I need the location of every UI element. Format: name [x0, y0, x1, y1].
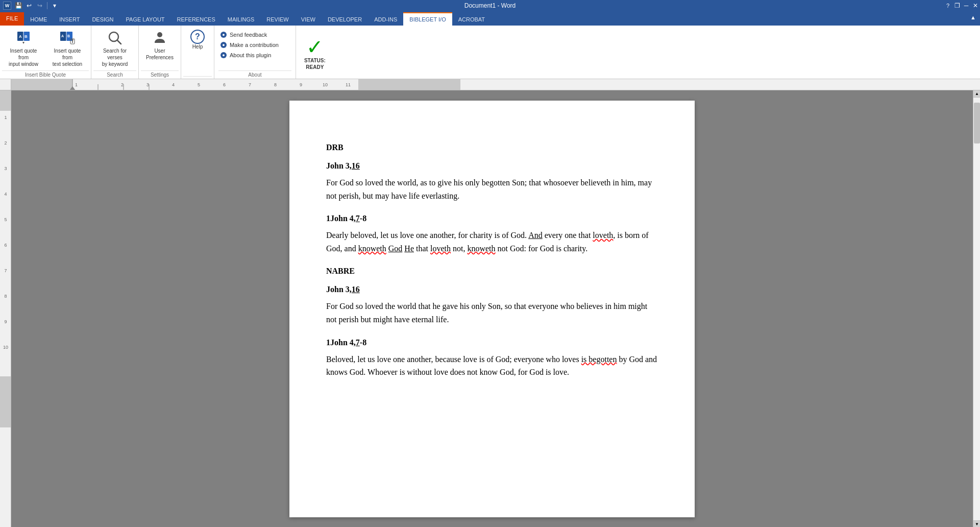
tab-developer[interactable]: DEVELOPER	[322, 12, 368, 26]
svg-text:8: 8	[274, 82, 277, 87]
tab-page-layout[interactable]: PAGE LAYOUT	[120, 12, 171, 26]
preferences-icon	[152, 30, 168, 47]
ribbon-group-about: ● Send feedback ● Make a contribution ● …	[214, 26, 296, 79]
tab-add-ins[interactable]: ADD-INS	[368, 12, 403, 26]
svg-text:8: 8	[4, 294, 7, 299]
tab-design[interactable]: DESIGN	[86, 12, 119, 26]
insert-quote-selection-button[interactable]: A B Insert quote fromtext selection	[46, 28, 89, 69]
insert-input-icon: A B	[15, 30, 32, 47]
status-label: STATUS:READY	[304, 57, 326, 70]
svg-text:5: 5	[198, 82, 200, 87]
help-group-label	[183, 76, 212, 79]
version-section-nabre: NABRE John 3,16 For God so loved the wor…	[326, 265, 658, 378]
contribution-icon: ●	[220, 42, 227, 48]
status-check-icon: ✓	[306, 37, 324, 57]
tab-mailings[interactable]: MAILINGS	[222, 12, 261, 26]
verse-text-1john-47-drb: Dearly beloved, let us love one another,…	[326, 229, 658, 255]
svg-text:A: A	[19, 34, 22, 39]
search-verses-label: Search for versesby keyword	[99, 47, 131, 67]
document-scroll-area[interactable]: DRB John 3,16 For God so loved the world…	[11, 90, 973, 527]
ribbon-group-search: Search for versesby keyword Search	[91, 26, 139, 79]
vertical-ruler: 1 2 3 4 5 6 7 8 9 10	[0, 90, 11, 527]
insert-group-label: Insert Bible Quote	[2, 70, 89, 79]
version-header-nabre: NABRE	[326, 265, 658, 277]
svg-line-15	[117, 40, 121, 44]
svg-rect-19	[358, 79, 460, 90]
about-plugin-label: About this plugin	[230, 52, 271, 58]
tab-review[interactable]: REVIEW	[260, 12, 295, 26]
about-group-label: About	[218, 70, 291, 79]
svg-text:11: 11	[346, 82, 351, 87]
feedback-icon: ●	[220, 32, 227, 38]
svg-text:B: B	[67, 34, 70, 38]
svg-rect-18	[11, 79, 72, 90]
svg-text:9: 9	[300, 82, 302, 87]
scroll-down-button[interactable]: ▼	[973, 520, 980, 527]
qat-separator	[47, 2, 47, 9]
svg-text:5: 5	[4, 217, 7, 222]
help-label: Help	[192, 44, 203, 50]
svg-text:1: 1	[75, 82, 78, 87]
verse-text-john-316-drb: For God so loved the world, as to give h…	[326, 176, 658, 202]
scroll-thumb[interactable]	[974, 103, 980, 143]
svg-text:6: 6	[4, 243, 7, 248]
customize-qat-button[interactable]: ▾	[50, 1, 59, 10]
svg-marker-5	[22, 42, 24, 44]
verse-text-1john-47-nabre: Beloved, let us love one another, becaus…	[326, 353, 658, 379]
svg-text:9: 9	[4, 319, 7, 324]
tab-acrobat[interactable]: ACROBAT	[452, 12, 491, 26]
user-preferences-button[interactable]: UserPreferences	[141, 28, 179, 63]
svg-text:A: A	[61, 34, 64, 38]
svg-rect-36	[0, 90, 11, 527]
minimize-button[interactable]: ─	[962, 1, 971, 10]
insert-selection-icon: A B	[59, 30, 76, 47]
svg-text:3: 3	[4, 166, 7, 171]
help-plugin-button[interactable]: ? Help	[183, 28, 212, 52]
scroll-up-button[interactable]: ▲	[973, 90, 980, 98]
send-feedback-label: Send feedback	[230, 32, 267, 38]
tab-home[interactable]: HOME	[24, 12, 53, 26]
verse-ref-john-316-nabre: John 3,16	[326, 283, 658, 296]
make-contribution-button[interactable]: ● Make a contribution	[218, 41, 291, 49]
ribbon-collapse-button[interactable]: ▲	[966, 12, 980, 26]
tab-bibleget[interactable]: BIBLEGET I/O	[403, 12, 452, 26]
undo-button[interactable]: ↩	[24, 1, 34, 10]
verse-ref-1john-47-nabre: 1John 4,7-8	[326, 337, 658, 349]
svg-text:7: 7	[4, 268, 7, 273]
svg-point-16	[157, 32, 162, 37]
svg-text:6: 6	[223, 82, 226, 87]
tab-file[interactable]: FILE	[0, 12, 24, 26]
svg-rect-17	[11, 79, 980, 90]
svg-rect-37	[0, 90, 11, 111]
redo-button[interactable]: ↪	[35, 1, 44, 10]
search-icon	[107, 30, 123, 47]
ribbon-content: A B Insert quote frominput window	[0, 26, 980, 79]
document-page: DRB John 3,16 For God so loved the world…	[289, 101, 695, 517]
about-plugin-button[interactable]: ● About this plugin	[218, 51, 291, 59]
tab-references[interactable]: REFERENCES	[171, 12, 222, 26]
vertical-scrollbar[interactable]: ▲ ▼	[973, 90, 980, 527]
svg-text:10: 10	[323, 82, 328, 87]
horizontal-ruler: 1 2 3 4 5 6 7 8 9 10 11	[0, 79, 980, 90]
tab-view[interactable]: VIEW	[295, 12, 322, 26]
svg-text:2: 2	[121, 82, 124, 87]
document-content[interactable]: DRB John 3,16 For God so loved the world…	[326, 141, 658, 379]
send-feedback-button[interactable]: ● Send feedback	[218, 31, 291, 39]
verse-ref-john-316-drb: John 3,16	[326, 160, 658, 172]
insert-quote-input-button[interactable]: A B Insert quote frominput window	[2, 28, 45, 69]
ribbon-group-help: ? Help	[181, 26, 214, 79]
svg-text:3: 3	[146, 82, 149, 87]
help-button[interactable]: ?	[943, 1, 952, 10]
search-verses-button[interactable]: Search for versesby keyword	[93, 28, 136, 69]
save-button[interactable]: 💾	[14, 1, 23, 10]
search-group-label: Search	[93, 70, 136, 79]
close-button[interactable]: ✕	[971, 1, 980, 10]
ribbon-group-settings: UserPreferences Settings	[139, 26, 181, 79]
tab-insert[interactable]: INSERT	[53, 12, 86, 26]
make-contribution-label: Make a contribution	[230, 42, 279, 48]
svg-text:4: 4	[4, 191, 7, 197]
insert-quote-selection-label: Insert quote fromtext selection	[51, 47, 84, 67]
svg-rect-38	[0, 376, 11, 427]
restore-down-button[interactable]: ❐	[952, 1, 962, 10]
version-header-drb: DRB	[326, 141, 658, 154]
